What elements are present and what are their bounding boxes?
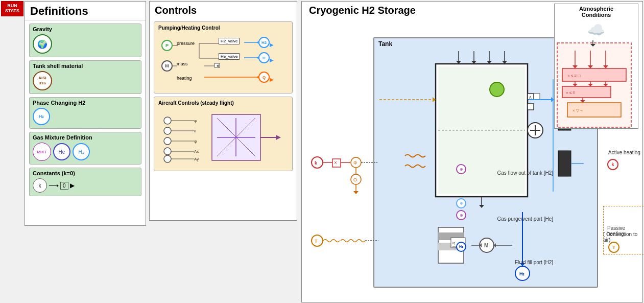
phase-h2-items: H₂ — [33, 108, 138, 125]
heating-label: heating — [177, 76, 192, 81]
atm-title: Atmospheric Conditions — [555, 4, 638, 19]
he-circle[interactable]: He — [53, 143, 70, 160]
gas-mix-label: Gas Mixture Definition — [33, 134, 138, 141]
h2-blue-circle[interactable]: H₂ — [73, 143, 90, 160]
pumping-panel: Pumping/Heating Control P pressure H2_va… — [154, 21, 293, 94]
svg-point-119 — [351, 174, 361, 184]
svg-point-17 — [164, 148, 171, 155]
flow-he-icon[interactable]: ⊕ — [456, 210, 466, 220]
svg-marker-37 — [276, 135, 281, 140]
svg-text:iq: iq — [452, 241, 456, 245]
tank-shell-section: Tank shell material AISI316 — [29, 60, 141, 94]
m-node[interactable]: M — [161, 60, 173, 72]
svg-text:O: O — [353, 177, 357, 182]
tank-shell-items: AISI316 — [33, 71, 138, 90]
svg-text:T: T — [315, 239, 318, 244]
svg-marker-10 — [217, 64, 219, 67]
cloud-icon-container: ☁️ — [555, 21, 638, 38]
pumping-title: Pumping/Heating Control — [158, 25, 288, 31]
tank-shell-circle[interactable]: AISI316 — [33, 71, 52, 90]
definitions-panel: Definitions Gravity 🌍 Tank shell materia… — [25, 1, 146, 226]
mixt-circle[interactable]: MIXT — [33, 143, 51, 161]
aircraft-diagram: φ θ ψ Ax Ay — [158, 109, 288, 168]
gas-mix-section: Gas Mixture Definition MIXT He H₂ — [29, 132, 141, 165]
aircraft-svg: φ θ ψ Ax Ay — [158, 110, 288, 167]
svg-rect-113 — [332, 159, 341, 167]
svg-point-110 — [312, 157, 323, 168]
gravity-items: 🌍 — [33, 34, 138, 54]
svg-text:M: M — [484, 243, 488, 248]
svg-text:ψ: ψ — [194, 139, 197, 144]
svg-text:× ≤ ≡: × ≤ ≡ — [566, 90, 576, 95]
cloud-icon: ☁️ — [587, 21, 605, 38]
q-arrow: ▶ — [270, 77, 274, 82]
mass-label: mass — [177, 61, 188, 66]
passive-heating-label2: ( Convection to air) — [603, 231, 642, 243]
flow-h2-label: Gas flow out of tank [H2] — [497, 170, 554, 176]
atm-svg: × ≤ ≡ □ × ≤ ≡ × ▽ ¬ — [555, 40, 634, 130]
h2-valve-box[interactable]: H2_valve — [219, 38, 240, 44]
svg-marker-57 — [479, 205, 484, 208]
run-stats-button[interactable]: RUN STATS — [1, 1, 23, 16]
svg-text:φ: φ — [194, 119, 197, 123]
svg-text:k: k — [315, 160, 318, 166]
cryo-panel: Cryogenic H2 Storage Tank A — [301, 1, 643, 302]
constants-label: Constants (k=0) — [33, 170, 138, 176]
t-passive-circle[interactable]: T — [608, 242, 619, 253]
fill-port-icon[interactable]: H₂ — [456, 242, 466, 252]
tank-shell-label: Tank shell material — [33, 63, 138, 69]
he-valve-box[interactable]: He_valve — [219, 53, 240, 60]
svg-point-15 — [164, 127, 171, 134]
phase-h2-section: Phase Changing H2 H₂ — [29, 97, 141, 129]
active-heating-label: Active heating — [608, 150, 640, 155]
h-output[interactable]: H — [258, 52, 270, 63]
k-active-circle[interactable]: k — [607, 159, 618, 170]
svg-text:H₂: H₂ — [519, 271, 525, 276]
svg-point-64 — [490, 82, 504, 97]
svg-point-18 — [164, 155, 171, 162]
tank-label: Tank — [378, 40, 392, 48]
svg-text:× ≤ ≡ □: × ≤ ≡ □ — [567, 74, 580, 78]
h-arrow: ▶ — [270, 57, 274, 63]
svg-text:Φ: Φ — [353, 160, 357, 166]
controls-panel: Controls Pumping/Heating Control P press… — [149, 1, 297, 221]
svg-rect-46 — [528, 104, 534, 110]
gravity-circle[interactable]: 🌍 — [33, 34, 52, 54]
flow-h2-icon[interactable]: ⊕ — [456, 164, 466, 174]
p-node[interactable]: P — [161, 40, 173, 51]
svg-text:θ: θ — [194, 129, 197, 133]
definitions-title: Definitions — [25, 2, 146, 20]
gravity-label: Gravity — [33, 26, 138, 32]
aircraft-title: Aircraft Controls (steady flight) — [158, 100, 288, 106]
phase-h2-circle[interactable]: H₂ — [33, 108, 50, 125]
arrow-tail: ▶ — [70, 182, 75, 189]
aircraft-panel: Aircraft Controls (steady flight) φ θ — [154, 97, 293, 171]
svg-rect-8 — [214, 63, 220, 67]
pumping-diagram: P pressure H2_valve H2 ▶ He_valve H ▶ M … — [158, 34, 288, 90]
svg-text:Ax: Ax — [194, 149, 199, 154]
svg-point-14 — [164, 117, 171, 124]
flow-cool-icon[interactable]: ❄ — [456, 198, 466, 208]
svg-marker-123 — [353, 191, 359, 194]
svg-point-116 — [351, 157, 361, 168]
svg-text:A: A — [529, 96, 532, 99]
h2-output[interactable]: H2 — [258, 37, 270, 48]
pressure-label: pressure — [177, 41, 195, 46]
q-output[interactable]: Q — [258, 72, 270, 83]
atmospheric-panel: Atmospheric Conditions ☁️ × ≤ ≡ □ × ≤ ≡ — [554, 4, 638, 129]
svg-text:× ▽ ¬: × ▽ ¬ — [573, 108, 583, 113]
gravity-section: Gravity 🌍 — [29, 24, 141, 57]
h2-arrow: ▶ — [270, 42, 274, 48]
controls-title: Controls — [150, 2, 297, 18]
k-circle[interactable]: k — [33, 178, 47, 193]
constants-section: Constants (k=0) k ⟶ 0 ▶ — [29, 168, 141, 196]
constants-items: k ⟶ 0 ▶ — [33, 178, 138, 193]
zero-box: 0 — [60, 182, 68, 190]
svg-rect-67 — [558, 151, 571, 176]
svg-text:×: × — [334, 160, 337, 166]
gas-mix-items: MIXT He H₂ — [33, 143, 138, 161]
flow-he-label: Gas purge/vent port [He] — [497, 216, 553, 222]
svg-text:Ay: Ay — [194, 157, 199, 161]
atm-diagram: × ≤ ≡ □ × ≤ ≡ × ▽ ¬ — [555, 40, 638, 130]
phase-h2-label: Phase Changing H2 — [33, 100, 138, 106]
